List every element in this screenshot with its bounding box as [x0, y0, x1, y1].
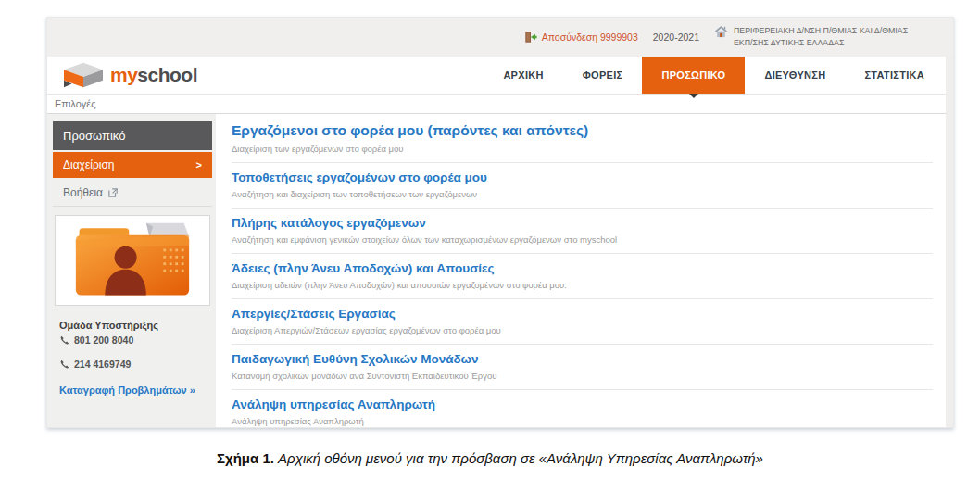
sidebar-item-diaxeirisi[interactable]: Διαχείριση > — [53, 152, 212, 178]
organization-name: ΠΕΡΙΦΕΡΕΙΑΚΗ Δ/ΝΣΗ Π/ΘΜΙΑΣ ΚΑΙ Δ/ΘΜΙΑΣ Ε… — [734, 25, 929, 49]
menu-item-title[interactable]: Εργαζόμενοι στο φορέα μου (παρόντες και … — [232, 122, 933, 139]
logout-label: Αποσύνδεση 9999903 — [542, 32, 638, 43]
support-phone-1: 801 200 8040 — [59, 335, 206, 346]
menu-item-title[interactable]: Ανάληψη υπηρεσίας Αναπληρωτή — [232, 398, 933, 411]
sidebar-item-label: Διαχείριση — [63, 158, 115, 171]
menu-item-subtitle: Διαχείριση των εργαζόμενων στο φορέα μου — [232, 144, 933, 154]
nav-item-statistika[interactable]: ΣΤΑΤΙΣΤΙΚΑ — [845, 57, 944, 94]
main-nav: ΑΡΧΙΚΗ ΦΟΡΕΙΣ ΠΡΟΣΩΠΙΚΟ ΔΙΕΥΘΥΝΣΗ ΣΤΑΤΙΣ… — [484, 57, 944, 94]
menu-item-title[interactable]: Απεργίες/Στάσεις Εργασίας — [232, 307, 933, 321]
phone-icon — [59, 335, 69, 346]
support-title: Ομάδα Υποστήριξης — [59, 320, 206, 331]
content-area: Προσωπικό Διαχείριση > Βοήθεια — [47, 114, 953, 427]
nav-item-foreis[interactable]: ΦΟΡΕΙΣ — [563, 57, 643, 94]
nav-item-dieythynsi[interactable]: ΔΙΕΥΘΥΝΣΗ — [745, 57, 845, 94]
menu-item-analipsi-ypiresias[interactable]: Ανάληψη υπηρεσίας Αναπληρωτή Ανάληψη υπη… — [232, 390, 933, 428]
organization: ΠΕΡΙΦΕΡΕΙΑΚΗ Δ/ΝΣΗ Π/ΘΜΙΑΣ ΚΑΙ Δ/ΘΜΙΑΣ Ε… — [714, 25, 929, 49]
logout-button[interactable]: Αποσύνδεση 9999903 — [524, 31, 638, 44]
logo-school: school — [137, 64, 197, 85]
school-year: 2020-2021 — [653, 32, 699, 43]
document-page: Αποσύνδεση 9999903 2020-2021 ΠΕΡΙΦΕΡΕΙΑΚ… — [0, 0, 980, 493]
top-utility-bar: Αποσύνδεση 9999903 2020-2021 ΠΕΡΙΦΕΡΕΙΑΚ… — [47, 18, 953, 57]
sidebar-item-label: Βοήθεια — [63, 186, 103, 199]
brand-header: myschool ΑΡΧΙΚΗ ΦΟΡΕΙΣ ΠΡΟΣΩΠΙΚΟ ΔΙΕΥΘΥΝ… — [47, 57, 953, 94]
menu-item-ergazomenoi[interactable]: Εργαζόμενοι στο φορέα μου (παρόντες και … — [232, 115, 933, 163]
nav-item-prosopiko[interactable]: ΠΡΟΣΩΠΙΚΟ — [642, 57, 745, 94]
employee-folder-image — [55, 215, 210, 306]
menu-list: Εργαζόμενοι στο φορέα μου (παρόντες και … — [216, 114, 953, 427]
menu-item-subtitle: Αναζήτηση και εμφάνιση γενικών στοιχείων… — [232, 234, 933, 245]
right-page-gutter — [946, 57, 953, 427]
report-problems-link[interactable]: Καταγραφή Προβλημάτων » — [59, 385, 206, 396]
myschool-screenshot: Αποσύνδεση 9999903 2020-2021 ΠΕΡΙΦΕΡΕΙΑΚ… — [46, 17, 954, 428]
menu-item-subtitle: Ανάληψη υπηρεσίας Αναπληρωτή — [232, 416, 933, 426]
support-phone-number: 214 4169749 — [74, 359, 131, 370]
phone-icon — [59, 360, 69, 370]
menu-item-subtitle: Αναζήτηση και διαχείριση των τοποθετήσεω… — [232, 189, 933, 199]
menu-item-title[interactable]: Τοποθετήσεις εργαζομένων στο φορέα μου — [232, 171, 933, 184]
sidebar-title-prosopiko: Προσωπικό — [53, 121, 212, 150]
figure-caption-label: Σχήμα 1. — [217, 450, 274, 466]
figure-caption: Σχήμα 1. Αρχική οθόνη μενού για την πρόσ… — [0, 450, 980, 466]
myschool-logo-icon — [64, 61, 103, 89]
home-icon — [714, 25, 728, 38]
menu-item-apergies[interactable]: Απεργίες/Στάσεις Εργασίας Διαχείριση Απε… — [232, 299, 933, 345]
menu-item-subtitle: Διαχείριση αδειών (πλην Άνευ Αποδοχών) κ… — [232, 280, 933, 290]
menu-item-title[interactable]: Πλήρης κατάλογος εργαζόμενων — [232, 216, 933, 230]
myschool-logo[interactable]: myschool — [64, 57, 197, 94]
menu-item-subtitle: Κατανομή σχολικών μονάδων ανά Συντονιστή… — [232, 371, 933, 381]
menu-item-subtitle: Διαχείριση Απεργιών/Στάσεων εργασίας εργ… — [232, 325, 933, 335]
figure-caption-text: Αρχική οθόνη μενού για την πρόσβαση σε «… — [278, 450, 763, 466]
logout-door-icon — [524, 31, 537, 44]
menu-item-adeies[interactable]: Άδειες (πλην Άνευ Αποδοχών) και Απουσίες… — [232, 254, 933, 299]
menu-item-pliris-katalogos[interactable]: Πλήρης κατάλογος εργαζόμενων Αναζήτηση κ… — [232, 209, 933, 254]
support-phone-2: 214 4169749 — [59, 359, 206, 370]
support-phone-number: 801 200 8040 — [74, 335, 133, 346]
menu-item-title[interactable]: Παιδαγωγική Ευθύνη Σχολικών Μονάδων — [232, 352, 933, 366]
myschool-logo-text: myschool — [110, 64, 197, 86]
external-link-icon — [108, 188, 118, 197]
breadcrumb: Επιλογές — [47, 94, 953, 114]
menu-item-title[interactable]: Άδειες (πλην Άνευ Αποδοχών) και Απουσίες — [232, 261, 933, 275]
nav-item-arxiki[interactable]: ΑΡΧΙΚΗ — [484, 57, 562, 94]
menu-item-paidagogiki-eythyni[interactable]: Παιδαγωγική Ευθύνη Σχολικών Μονάδων Κατα… — [232, 345, 933, 390]
chevron-right-icon: > — [196, 159, 202, 171]
sidebar-item-voitheia[interactable]: Βοήθεια — [53, 180, 212, 207]
sidebar: Προσωπικό Διαχείριση > Βοήθεια — [47, 114, 216, 427]
menu-item-topothetiseis[interactable]: Τοποθετήσεις εργαζομένων στο φορέα μου Α… — [232, 163, 933, 209]
logo-my: my — [110, 64, 137, 85]
support-block: Ομάδα Υποστήριξης 801 200 8040 — [53, 315, 212, 396]
